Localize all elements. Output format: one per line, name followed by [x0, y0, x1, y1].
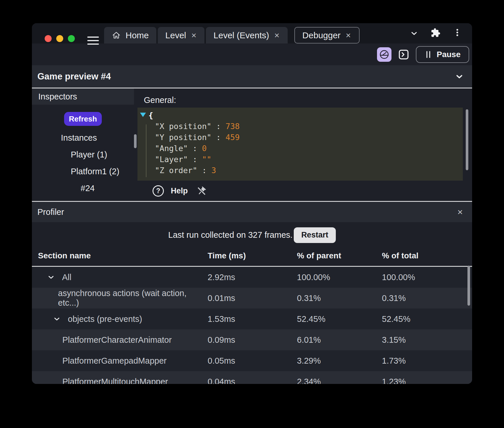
tab-debugger[interactable]: Debugger ×: [294, 27, 360, 43]
chevron-down-icon[interactable]: [53, 315, 61, 323]
debugger-content: Inspectors Refresh Instances Player (1) …: [32, 88, 472, 201]
total-percent: 100.00%: [382, 273, 472, 282]
table-row[interactable]: objects (pre-events) 1.53ms 52.45% 52.45…: [32, 309, 472, 329]
table-row[interactable]: All 2.92ms 100.00% 100.00%: [32, 267, 472, 288]
profiler-gauge-button[interactable]: [377, 47, 391, 62]
column-header-section: Section name: [32, 251, 208, 260]
inspectors-panel: Inspectors Refresh Instances Player (1) …: [32, 88, 134, 201]
titlebar: Home Level × Level (Events) × Debugger ×: [32, 23, 472, 43]
time-value: 1.53ms: [208, 314, 297, 324]
collapse-caret-icon[interactable]: [455, 72, 464, 81]
inspector-item-instance-24[interactable]: #24: [32, 184, 134, 193]
close-profiler-icon[interactable]: ×: [457, 207, 463, 217]
chevron-down-icon[interactable]: [47, 273, 55, 281]
total-percent: 3.15%: [382, 335, 472, 345]
json-open-brace: {: [137, 110, 463, 121]
parent-percent: 3.29%: [297, 356, 382, 366]
total-percent: 1.23%: [382, 377, 472, 384]
general-title: General:: [144, 95, 472, 106]
help-label[interactable]: Help: [171, 186, 188, 195]
json-line: "Z order" : 3: [137, 165, 463, 176]
more-options-dots-icon[interactable]: [453, 28, 462, 37]
section-name: objects (pre-events): [68, 314, 142, 324]
tab-label: Debugger: [302, 30, 341, 40]
app-window: Home Level × Level (Events) × Debugger ×: [32, 23, 472, 384]
tab-label: Level: [165, 30, 186, 40]
total-percent: 1.73%: [382, 356, 472, 366]
table-row[interactable]: PlatformerCharacterAnimator 0.09ms 6.01%…: [32, 329, 472, 350]
json-view-scrollbar[interactable]: [466, 109, 468, 170]
column-header-total: % of total: [382, 251, 472, 260]
profiler-title: Profiler: [37, 207, 64, 217]
json-lines: { "X position" : 738 "Y position" : 459 …: [137, 108, 463, 176]
column-header-time: Time (ms): [208, 251, 297, 260]
parent-percent: 2.34%: [297, 377, 382, 384]
tab-level[interactable]: Level ×: [158, 27, 204, 43]
time-value: 0.09ms: [208, 335, 297, 345]
inspector-item-platform1[interactable]: Platform1 (2): [32, 167, 134, 176]
speedometer-icon: [379, 49, 390, 60]
extensions-puzzle-icon[interactable]: [431, 28, 440, 38]
time-value: 2.92ms: [208, 273, 297, 282]
time-value: 0.05ms: [208, 356, 297, 366]
json-line: "Layer" : "": [137, 154, 463, 165]
help-icon[interactable]: ?: [153, 185, 164, 197]
refresh-button[interactable]: Refresh: [64, 112, 102, 126]
section-name: PlatformerMultitouchMapper: [62, 377, 168, 384]
profiler-status-text: Last run collected on 327 frames.: [168, 230, 293, 240]
parent-percent: 6.01%: [297, 335, 382, 345]
section-name: PlatformerGamepadMapper: [62, 356, 166, 366]
table-row[interactable]: PlatformerGamepadMapper 0.05ms 3.29% 1.7…: [32, 350, 472, 371]
help-row: ? Help: [153, 185, 472, 197]
table-scrollbar[interactable]: [467, 266, 470, 306]
inspector-item-instances[interactable]: Instances: [32, 133, 134, 143]
json-line: "X position" : 738: [137, 121, 463, 132]
table-row[interactable]: PlatformerMultitouchMapper 0.04ms 2.34% …: [32, 371, 472, 384]
json-line: "Y position" : 459: [137, 132, 463, 143]
total-percent: 0.31%: [382, 293, 472, 303]
parent-percent: 0.31%: [297, 293, 382, 303]
pause-bars-icon: [425, 50, 432, 59]
table-row[interactable]: asynchronous actions (wait action, etc..…: [32, 288, 472, 309]
terminal-icon: [398, 48, 410, 61]
section-name: PlatformerCharacterAnimator: [62, 335, 172, 345]
tab-home[interactable]: Home: [104, 27, 156, 43]
json-line: "Angle" : 0: [137, 143, 463, 154]
profiler-table-header: Section name Time (ms) % of parent % of …: [32, 246, 472, 266]
profiler-header: Profiler ×: [32, 201, 472, 222]
properties-json-view: { "X position" : 738 "Y position" : 459 …: [137, 108, 463, 181]
total-percent: 52.45%: [382, 314, 472, 324]
inspectors-list: Refresh Instances Player (1) Platform1 (…: [32, 105, 134, 201]
game-preview-title: Game preview #4: [37, 71, 111, 82]
column-header-parent: % of parent: [297, 251, 382, 260]
menu-icon[interactable]: [87, 37, 99, 45]
section-name: All: [62, 273, 71, 282]
restart-button[interactable]: Restart: [294, 227, 336, 243]
minimize-window-button[interactable]: [56, 35, 63, 42]
general-panel: General: { "X position" : 738 "Y positio…: [137, 88, 472, 201]
home-icon: [112, 31, 121, 40]
zoom-window-button[interactable]: [68, 35, 75, 42]
profiler-status-row: Last run collected on 327 frames. Restar…: [32, 222, 472, 246]
tab-label: Home: [126, 30, 149, 40]
time-value: 0.04ms: [208, 377, 297, 384]
close-window-button[interactable]: [45, 35, 52, 42]
tab-bar: Home Level × Level (Events) × Debugger ×: [104, 27, 360, 43]
inspector-item-player[interactable]: Player (1): [32, 150, 134, 159]
section-name: asynchronous actions (wait action, etc..…: [58, 289, 208, 308]
expander-triangle-icon[interactable]: [139, 112, 147, 118]
tab-level-events[interactable]: Level (Events) ×: [206, 27, 287, 43]
close-icon[interactable]: ×: [274, 31, 280, 40]
pin-off-icon[interactable]: [197, 186, 206, 196]
pause-button[interactable]: Pause: [416, 46, 469, 63]
parent-percent: 100.00%: [297, 273, 382, 282]
indent-guide: [146, 124, 146, 177]
chevron-down-icon[interactable]: [410, 29, 418, 38]
inspectors-scrollbar[interactable]: [134, 134, 137, 148]
console-button[interactable]: [397, 48, 410, 61]
close-icon[interactable]: ×: [345, 31, 351, 40]
close-icon[interactable]: ×: [191, 31, 197, 40]
time-value: 0.01ms: [208, 293, 297, 303]
pause-label: Pause: [437, 50, 461, 59]
game-preview-header[interactable]: Game preview #4: [32, 65, 472, 88]
